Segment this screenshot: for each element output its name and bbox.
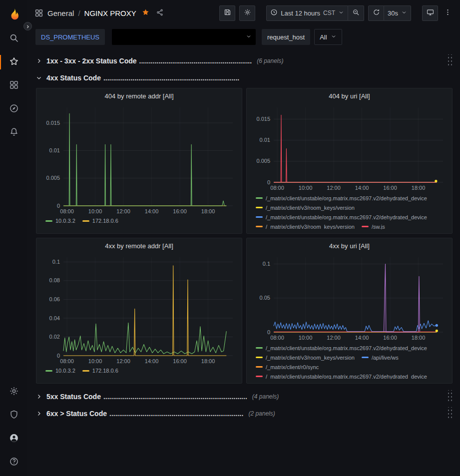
sidebar-item-help[interactable] bbox=[0, 451, 27, 474]
svg-text:0.04: 0.04 bbox=[49, 315, 60, 321]
svg-text:18:00: 18:00 bbox=[412, 335, 426, 341]
legend-item[interactable]: 10.0.3.2 bbox=[45, 367, 75, 375]
sidebar-item-starred[interactable] bbox=[0, 50, 27, 74]
panel-title[interactable]: 404 by remote addr [All] bbox=[40, 88, 238, 103]
dashboard-title: NGINX PROXY bbox=[84, 9, 136, 17]
breadcrumb-folder[interactable]: General bbox=[47, 9, 74, 17]
chevron-right-icon bbox=[36, 394, 42, 400]
expand-sidebar-button[interactable] bbox=[23, 22, 32, 30]
row-1xx-3xx-2xx-status-code[interactable]: 1xx - 3xx - 2xx Status Code ............… bbox=[36, 54, 453, 68]
more-options-button[interactable] bbox=[442, 5, 453, 21]
legend-item[interactable]: 10.0.3.2 bbox=[45, 217, 75, 225]
help-icon bbox=[9, 457, 19, 469]
row-title-dots: ........................................… bbox=[139, 57, 252, 65]
time-series-chart: 00.0050.010.01508:0010:0012:0014:0016:00… bbox=[251, 103, 448, 192]
svg-text:0.015: 0.015 bbox=[46, 120, 60, 126]
sidebar-item-explore[interactable] bbox=[0, 97, 27, 121]
panel-title[interactable]: 4xx by uri [All] bbox=[251, 238, 448, 253]
panel-title[interactable]: 404 by uri [All] bbox=[251, 88, 448, 103]
request-host-variable-label: request_host bbox=[262, 29, 310, 45]
share-dashboard-button[interactable] bbox=[155, 7, 165, 19]
chart-legend: /_matrix/client/unstable/org.matrix.msc2… bbox=[251, 344, 448, 379]
zoom-out-time-button[interactable] bbox=[348, 5, 364, 21]
svg-text:12:00: 12:00 bbox=[327, 335, 341, 341]
save-dashboard-button[interactable] bbox=[219, 5, 235, 21]
svg-text:0.005: 0.005 bbox=[46, 175, 60, 181]
svg-text:0: 0 bbox=[267, 179, 270, 185]
svg-text:10:00: 10:00 bbox=[88, 208, 102, 214]
row-title-dots: ........................................… bbox=[103, 393, 247, 401]
dashboard-settings-button[interactable] bbox=[239, 5, 255, 21]
chevron-down-icon bbox=[401, 9, 407, 17]
grafana-logo-icon[interactable] bbox=[6, 7, 21, 22]
dashboard-variables-bar: DS_PROMETHEUS request_host All bbox=[27, 26, 460, 48]
chart-legend: 10.0.3.2172.18.0.6 bbox=[40, 366, 238, 378]
panel-title[interactable]: 4xx by remote addr [All] bbox=[40, 238, 238, 253]
save-icon bbox=[224, 8, 231, 17]
sidebar-item-alerting[interactable] bbox=[0, 121, 27, 144]
row-title-dots: ........................................… bbox=[103, 74, 239, 82]
legend-item[interactable]: /_matrix/client/v3/room_keys/version bbox=[256, 204, 355, 211]
clock-icon bbox=[270, 8, 278, 17]
request-host-variable-dropdown[interactable]: All bbox=[314, 29, 342, 45]
top-nav-actions: Last 12 hours CST 30s bbox=[219, 5, 453, 21]
legend-item[interactable]: /_matrix/client/unstable/org.matrix.msc2… bbox=[256, 344, 427, 352]
dashboards-grid-icon bbox=[9, 80, 19, 92]
user-avatar bbox=[9, 433, 19, 445]
legend-item[interactable]: /sw.js bbox=[362, 223, 385, 229]
row-drag-handle[interactable] bbox=[447, 407, 453, 420]
bell-icon bbox=[9, 127, 19, 139]
legend-item[interactable]: /_matrix/client/unstable/org.matrix.msc2… bbox=[256, 194, 427, 202]
chevron-down-icon bbox=[338, 9, 344, 17]
sidebar-item-dashboards[interactable] bbox=[0, 74, 27, 97]
panel-404-by-remote-addr: 404 by remote addr [All] 00.0050.010.015… bbox=[36, 88, 242, 234]
svg-text:18:00: 18:00 bbox=[201, 208, 215, 214]
time-range-picker[interactable]: Last 12 hours CST bbox=[266, 5, 348, 21]
breadcrumb-separator: / bbox=[78, 9, 80, 17]
svg-text:08:00: 08:00 bbox=[60, 208, 74, 214]
svg-text:16:00: 16:00 bbox=[173, 208, 187, 214]
legend-item[interactable]: /_matrix/client/unstable/org.matrix.msc2… bbox=[256, 373, 427, 379]
kiosk-mode-button[interactable] bbox=[422, 5, 438, 21]
legend-item[interactable]: /api/live/ws bbox=[362, 354, 399, 361]
legend-item[interactable]: /_matrix/client/v3/room_keys/version bbox=[256, 223, 355, 229]
legend-item[interactable]: /_matrix/client/r0/sync bbox=[256, 363, 319, 371]
chevron-down-icon bbox=[36, 75, 42, 81]
legend-item[interactable]: /_matrix/client/v3/room_keys/version bbox=[256, 354, 355, 361]
row-6xx-status-code[interactable]: 6xx > Status Code ......................… bbox=[36, 407, 453, 421]
refresh-controls: 30s bbox=[368, 5, 411, 21]
sidebar bbox=[0, 0, 27, 476]
legend-item[interactable]: 172.18.0.6 bbox=[82, 217, 118, 225]
row-drag-handle[interactable] bbox=[447, 54, 453, 67]
legend-item[interactable]: /_matrix/client/unstable/org.matrix.msc2… bbox=[256, 213, 427, 221]
svg-text:0.005: 0.005 bbox=[256, 158, 270, 164]
refresh-interval-dropdown[interactable]: 30s bbox=[384, 5, 411, 21]
sidebar-item-configuration[interactable] bbox=[0, 380, 27, 404]
svg-text:18:00: 18:00 bbox=[201, 358, 215, 364]
sidebar-item-profile[interactable] bbox=[0, 427, 27, 451]
panel-4xx-by-remote-addr: 4xx by remote addr [All] 00.020.040.060.… bbox=[36, 238, 242, 384]
svg-text:0.01: 0.01 bbox=[49, 147, 60, 153]
svg-text:08:00: 08:00 bbox=[270, 335, 284, 341]
svg-text:12:00: 12:00 bbox=[327, 185, 341, 191]
favorite-star-button[interactable] bbox=[140, 7, 151, 19]
apps-grid-icon bbox=[34, 8, 43, 17]
legend-item[interactable]: 172.18.0.6 bbox=[82, 367, 118, 375]
chevron-right-icon bbox=[36, 58, 42, 64]
svg-text:0.1: 0.1 bbox=[52, 259, 60, 265]
row-4xx-status-code[interactable]: 4xx Status Code ........................… bbox=[36, 71, 453, 85]
sidebar-item-search[interactable] bbox=[0, 27, 27, 50]
shield-icon bbox=[9, 410, 19, 422]
svg-text:14:00: 14:00 bbox=[145, 208, 159, 214]
row-title: 5xx Status Code bbox=[46, 393, 101, 401]
row-drag-handle[interactable] bbox=[447, 390, 453, 403]
refresh-button[interactable] bbox=[368, 5, 384, 21]
sidebar-item-server-admin[interactable] bbox=[0, 404, 27, 427]
time-series-chart: 00.0050.010.01508:0010:0012:0014:0016:00… bbox=[40, 103, 238, 216]
row-5xx-status-code[interactable]: 5xx Status Code ........................… bbox=[36, 390, 453, 404]
gear-icon bbox=[244, 8, 251, 17]
share-icon bbox=[156, 8, 164, 18]
datasource-variable-dropdown[interactable] bbox=[112, 29, 256, 45]
time-controls: Last 12 hours CST bbox=[266, 5, 364, 21]
svg-text:14:00: 14:00 bbox=[145, 358, 159, 364]
